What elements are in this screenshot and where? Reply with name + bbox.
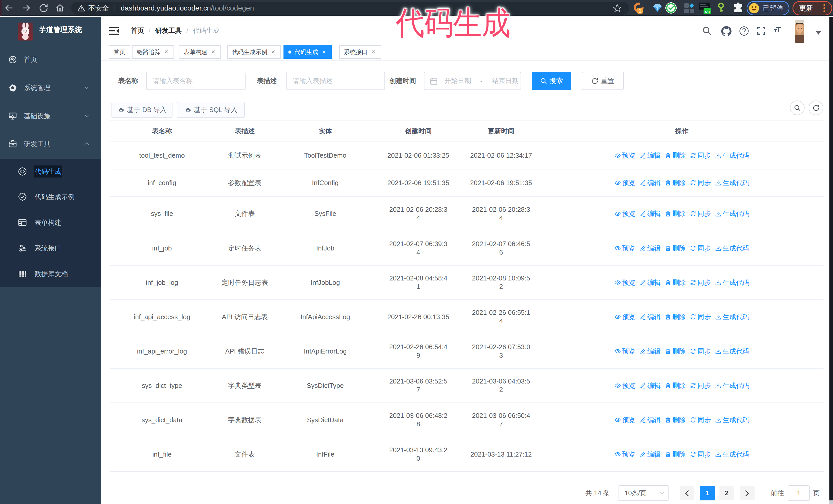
svg-text:on: on [705,9,710,14]
svg-text:1: 1 [639,8,641,14]
